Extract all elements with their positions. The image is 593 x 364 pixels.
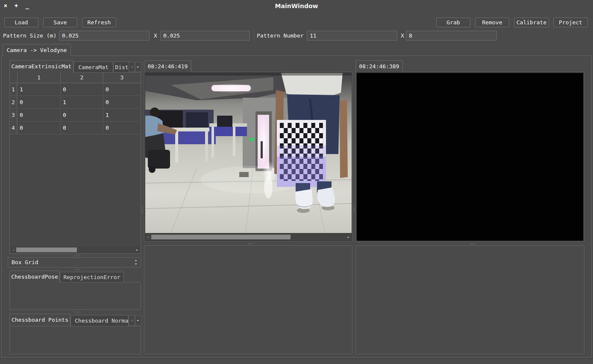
pattern-number-input-2[interactable]: 8 [406,31,497,41]
lidar-view[interactable] [355,72,584,242]
table-row[interactable]: 2 0 1 0 [10,96,141,109]
project-button[interactable]: Project [553,17,588,27]
close-icon[interactable]: × [2,2,9,9]
lidar-bottom-panel [355,245,584,354]
splitter-handle[interactable] [8,311,141,313]
matrix-table-body: 1 1 0 0 2 0 1 0 3 0 0 1 4 0 0 0 [10,83,141,247]
tab-chessboard-pose[interactable]: ChessboardPose [9,271,60,282]
pattern-size-input-2[interactable]: 0.025 [160,31,250,41]
splitter-handle[interactable] [144,243,352,245]
calibrate-button[interactable]: Calibrate [514,17,549,27]
camera-view[interactable]: ◄ ► [144,72,352,242]
chessboard-points-panel [9,326,141,354]
pattern-number-label: Pattern Number [257,31,304,41]
column-header[interactable]: 2 [60,73,103,83]
camera-bottom-panel [144,245,352,354]
window-title: MainWindow [0,0,593,12]
tab-reprojection-error[interactable]: ReprojectionError [60,272,124,282]
splitter-handle[interactable] [353,60,355,355]
tab-scroll-right-icon[interactable]: ► [135,62,141,72]
table-cell[interactable]: 0 [17,109,58,121]
lidar-image [357,73,583,241]
row-header[interactable]: 3 [10,109,17,121]
scroll-right-icon[interactable]: ► [346,234,352,240]
column-header[interactable]: 1 [17,73,60,83]
tab-camera-mat[interactable]: CameraMat [73,61,113,73]
minimize-icon[interactable]: _ [23,2,31,9]
splitter-handle[interactable] [8,255,141,257]
camera-hscrollbar[interactable]: ◄ ► [145,234,352,240]
box-grid-label: Box Grid [12,258,38,267]
load-button[interactable]: Load [4,17,38,27]
camera-image [145,73,352,233]
scroll-thumb[interactable] [151,235,291,239]
spin-down-icon[interactable]: ▼ [133,262,138,266]
table-cell[interactable]: 0 [17,122,58,134]
table-cell[interactable]: 1 [60,96,101,108]
table-cell[interactable]: 1 [17,83,58,96]
tab-dist[interactable]: Dist [113,61,130,73]
checkerboard [277,120,326,187]
pattern-number-x-label: X [401,31,404,41]
table-row[interactable]: 3 0 0 1 [10,109,141,122]
table-cell[interactable]: 0 [60,109,101,121]
splitter-handle[interactable] [141,60,144,355]
pattern-size-label: Pattern Size (m) [3,31,56,41]
row-header[interactable]: 2 [10,96,17,108]
table-row[interactable]: 4 0 0 0 [10,122,141,134]
tab-chessboard-points[interactable]: Chessboard Points [9,314,70,326]
pattern-size-x-label: X [154,31,157,41]
tab-camera-velodyne[interactable]: Camera -> Velodyne [3,44,71,56]
table-cell[interactable]: 0 [103,96,138,108]
titlebar: MainWindow × + _ [0,0,593,12]
table-cell[interactable]: 0 [17,96,58,108]
table-cell[interactable]: 0 [60,83,101,96]
scroll-right-icon[interactable]: ► [134,247,140,253]
tab-scroll-left-icon[interactable]: ◄ [129,62,135,72]
spin-up-icon[interactable]: ▲ [133,259,138,262]
row-header[interactable]: 4 [10,122,17,134]
tab-camera-extrinsic-mat[interactable]: CameraExtrinsicMat [9,60,73,73]
matrix-table-header: 1 2 3 [10,73,141,83]
table-cell[interactable]: 0 [103,122,138,134]
table-cell[interactable]: 1 [103,109,138,121]
remove-button[interactable]: Remove [475,17,509,27]
status-bar [0,358,593,364]
tab-scroll-left-icon[interactable]: ◄ [129,315,135,326]
row-header[interactable]: 1 [10,83,17,96]
maximize-icon[interactable]: + [12,2,20,9]
column-header[interactable]: 3 [103,73,141,83]
tab-camera-timestamp[interactable]: 08:24:46:419 [144,60,191,72]
save-button[interactable]: Save [43,17,77,27]
tab-lidar-timestamp[interactable]: 08:24:46:389 [355,60,403,72]
scroll-thumb[interactable] [16,248,77,252]
tab-chessboard-normal[interactable]: Chessboard Norma [70,315,129,326]
toolbar-separator [254,29,254,42]
table-cell[interactable]: 0 [103,83,138,96]
pattern-size-input[interactable]: 0.025 [59,31,150,41]
refresh-button[interactable]: Refresh [82,17,116,27]
table-row[interactable]: 1 1 0 0 [10,83,141,96]
pattern-number-input[interactable]: 11 [307,31,397,41]
grab-button[interactable]: Grab [436,17,470,27]
splitter-handle[interactable] [355,243,584,245]
table-hscrollbar[interactable]: ◄ ► [10,247,140,253]
scroll-left-icon[interactable]: ◄ [145,234,151,240]
table-cell[interactable]: 0 [60,122,101,134]
chessboard-pose-panel [9,282,141,310]
box-grid-field[interactable]: Box Grid ▲ ▼ [8,257,141,268]
matrix-table-frame: 1 2 3 1 1 0 0 2 0 1 0 3 0 0 1 4 0 0 0 ◄ [9,72,141,254]
tab-scroll-right-icon[interactable]: ► [135,315,141,326]
scroll-left-icon[interactable]: ◄ [10,247,16,253]
